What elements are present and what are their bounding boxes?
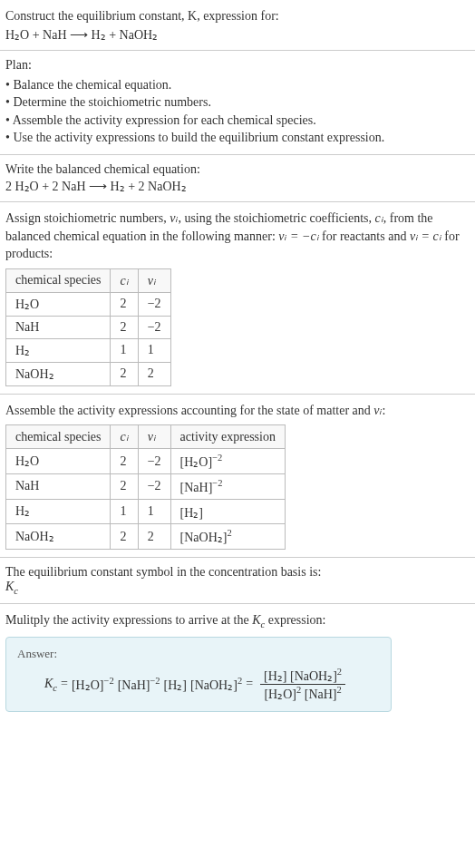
- kc-sub: c: [14, 586, 18, 596]
- stoich-rel2: νᵢ = cᵢ: [410, 229, 441, 243]
- cell-ci: 2: [111, 524, 138, 550]
- plan-item: Use the activity expressions to build th…: [5, 129, 470, 147]
- cell-ci: 1: [111, 338, 138, 362]
- activity-intro-b: :: [383, 404, 386, 417]
- plan-item: Determine the stoichiometric numbers.: [5, 93, 470, 112]
- col-species: chemical species: [6, 268, 111, 292]
- stoich-intro: Assign stoichiometric numbers, νᵢ, using…: [5, 210, 470, 263]
- cell-activity: [NaH]−2: [170, 474, 285, 500]
- plan-item: Balance the chemical equation.: [5, 76, 470, 94]
- kc-expression: Kc = [H₂O]−2 [NaH]−2 [H₂] [NaOH₂]2 = [H₂…: [17, 667, 380, 701]
- stoich-intro-b: , using the stoichiometric coefficients,: [178, 211, 374, 225]
- stoich-intro-a: Assign stoichiometric numbers,: [5, 211, 170, 225]
- cell-nui: 2: [138, 524, 170, 550]
- col-ci: cᵢ: [111, 425, 138, 449]
- cell-ci: 2: [111, 474, 138, 500]
- activity-table: chemical species cᵢ νᵢ activity expressi…: [5, 424, 286, 550]
- symbol-section: The equilibrium constant symbol in the c…: [0, 558, 475, 604]
- cell-activity: [H₂]: [170, 499, 285, 524]
- act-base: [H₂]: [180, 505, 203, 519]
- balanced-equation: 2 H₂O + 2 NaH ⟶ H₂ + 2 NaOH₂: [5, 179, 470, 194]
- term1: [H₂O]−2: [72, 676, 114, 693]
- cell-nui: 1: [138, 499, 170, 524]
- stoich-table: chemical species cᵢ νᵢ H₂O 2 −2 NaH 2 −2…: [5, 268, 171, 386]
- cell-ci: 2: [111, 292, 138, 316]
- table-header-row: chemical species cᵢ νᵢ activity expressi…: [6, 425, 286, 449]
- table-row: NaH 2 −2: [6, 316, 171, 338]
- intro-equation: H₂O + NaH ⟶ H₂ + NaOH₂: [5, 27, 470, 43]
- activity-section: Assemble the activity expressions accoun…: [0, 395, 475, 558]
- act-exp: −2: [212, 453, 222, 463]
- table-row: H₂ 1 1 [H₂]: [6, 499, 286, 524]
- col-ci: cᵢ: [111, 268, 138, 292]
- activity-intro: Assemble the activity expressions accoun…: [5, 402, 470, 420]
- answer-section: Mulitply the activity expressions to arr…: [0, 604, 475, 719]
- balanced-section: Write the balanced chemical equation: 2 …: [0, 155, 475, 202]
- answer-box: Answer: Kc = [H₂O]−2 [NaH]−2 [H₂] [NaOH₂…: [5, 637, 392, 711]
- act-base: [H₂O]: [180, 455, 213, 469]
- intro-prompt: Construct the equilibrium constant, K, e…: [5, 7, 470, 25]
- balanced-title: Write the balanced chemical equation:: [5, 162, 470, 177]
- cell-ci: 2: [111, 316, 138, 338]
- cell-species: NaOH₂: [6, 362, 111, 385]
- symbol-kc: Kc: [5, 580, 470, 596]
- cell-ci: 1: [111, 499, 138, 524]
- table-row: H₂ 1 1: [6, 338, 171, 362]
- term2: [NaH]−2: [118, 676, 160, 693]
- answer-label: Answer:: [17, 647, 380, 661]
- table-row: NaH 2 −2 [NaH]−2: [6, 474, 286, 500]
- fraction: [H₂] [NaOH₂]2 [H₂O]2 [NaH]2: [260, 667, 345, 701]
- col-species: chemical species: [6, 425, 111, 449]
- cell-species: H₂: [6, 338, 111, 362]
- cell-species: H₂O: [6, 292, 111, 316]
- term4: [NaOH₂]2: [190, 676, 242, 693]
- symbol-line1: The equilibrium constant symbol in the c…: [5, 565, 470, 580]
- plan-title: Plan:: [5, 58, 470, 73]
- multiply-intro: Mulitply the activity expressions to arr…: [5, 611, 470, 631]
- table-row: H₂O 2 −2: [6, 292, 171, 316]
- stoich-rel1: νᵢ = −cᵢ: [278, 229, 318, 243]
- nu-i: νᵢ: [373, 404, 382, 417]
- act-base: [NaOH₂]: [180, 531, 228, 544]
- col-nui: νᵢ: [138, 425, 170, 449]
- kc-lhs: Kc: [44, 677, 57, 693]
- cell-nui: 1: [138, 338, 170, 362]
- intro-section: Construct the equilibrium constant, K, e…: [0, 0, 475, 51]
- table-header-row: chemical species cᵢ νᵢ: [6, 268, 171, 292]
- cell-ci: 2: [111, 362, 138, 385]
- table-row: NaOH₂ 2 2 [NaOH₂]2: [6, 524, 286, 550]
- fraction-numerator: [H₂] [NaOH₂]2: [260, 667, 345, 685]
- cell-nui: −2: [138, 292, 170, 316]
- cell-nui: −2: [138, 316, 170, 338]
- cell-nui: −2: [138, 449, 170, 474]
- equals: =: [61, 677, 68, 691]
- act-exp: 2: [227, 528, 231, 538]
- cell-species: NaOH₂: [6, 524, 111, 550]
- activity-intro-a: Assemble the activity expressions accoun…: [5, 404, 373, 417]
- kc-inline: Kc: [252, 613, 265, 627]
- act-base: [NaH]: [180, 481, 213, 494]
- cell-species: NaH: [6, 474, 111, 500]
- plan-list: Balance the chemical equation. Determine…: [5, 76, 470, 147]
- multiply-intro-a: Mulitply the activity expressions to arr…: [5, 613, 252, 627]
- stoich-intro-d: for reactants and: [319, 229, 410, 243]
- intro-prompt-text: Construct the equilibrium constant, K, e…: [5, 9, 279, 23]
- plan-item: Assemble the activity expression for eac…: [5, 112, 470, 130]
- stoich-section: Assign stoichiometric numbers, νᵢ, using…: [0, 202, 475, 395]
- fraction-denominator: [H₂O]2 [NaH]2: [260, 685, 345, 702]
- equals2: =: [246, 677, 253, 691]
- cell-nui: −2: [138, 474, 170, 500]
- term3: [H₂]: [164, 676, 187, 693]
- cell-activity: [NaOH₂]2: [170, 524, 285, 550]
- cell-species: H₂O: [6, 449, 111, 474]
- c-i: cᵢ: [375, 211, 383, 225]
- cell-ci: 2: [111, 449, 138, 474]
- cell-activity: [H₂O]−2: [170, 449, 285, 474]
- act-exp: −2: [212, 478, 222, 488]
- cell-species: H₂: [6, 499, 111, 524]
- cell-nui: 2: [138, 362, 170, 385]
- multiply-intro-b: expression:: [265, 613, 325, 627]
- plan-section: Plan: Balance the chemical equation. Det…: [0, 51, 475, 155]
- table-row: H₂O 2 −2 [H₂O]−2: [6, 449, 286, 474]
- cell-species: NaH: [6, 316, 111, 338]
